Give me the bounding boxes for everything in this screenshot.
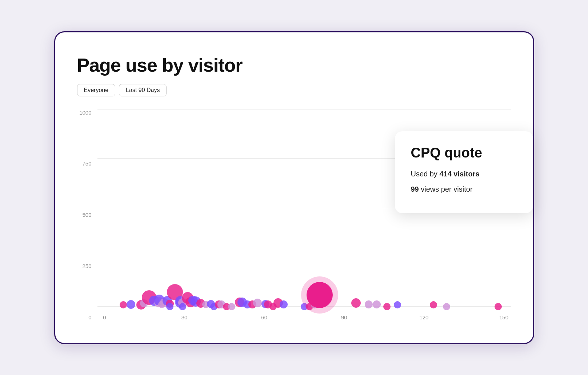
- x-label-90: 90: [337, 314, 351, 320]
- y-label-250: 250: [77, 263, 95, 269]
- scatter-dot-highlight: [307, 282, 333, 308]
- tooltip-stat2: 99 views per visitor: [411, 184, 517, 194]
- tooltip-title: CPQ quote: [411, 145, 517, 161]
- scatter-dot: [365, 300, 373, 308]
- scatter-dot: [430, 301, 437, 308]
- scatter-dot: [394, 301, 401, 308]
- scatter-dot: [228, 303, 235, 310]
- x-label-30: 30: [177, 314, 192, 320]
- scatter-dot: [179, 303, 186, 310]
- scatter-dot: [127, 300, 135, 309]
- filter-bar: Everyone Last 90 Days: [77, 84, 511, 96]
- scatter-dot: [120, 301, 127, 308]
- scatter-dot: [253, 299, 262, 307]
- y-label-500: 500: [77, 212, 95, 218]
- y-label-1000: 1000: [77, 109, 95, 116]
- x-label-60: 60: [257, 314, 272, 320]
- scatter-dot: [443, 303, 450, 310]
- scatter-dot: [351, 298, 361, 308]
- page-title: Page use by visitor: [77, 54, 511, 76]
- x-label-120: 120: [417, 314, 431, 320]
- x-label-150: 150: [496, 314, 511, 320]
- scatter-dot: [383, 303, 391, 310]
- main-card: Page use by visitor Everyone Last 90 Day…: [54, 31, 534, 344]
- x-label-0: 0: [97, 314, 112, 320]
- filter-everyone[interactable]: Everyone: [77, 84, 116, 96]
- chart-area: 0 250 500 750 1000 0 30 60 90 120: [77, 109, 511, 320]
- y-axis: 0 250 500 750 1000: [77, 109, 95, 320]
- y-label-0: 0: [77, 314, 95, 320]
- tooltip-stat1: Used by 414 visitors: [411, 169, 517, 179]
- filter-last-90-days[interactable]: Last 90 Days: [119, 84, 167, 96]
- scatter-dot: [280, 300, 288, 308]
- scatter-dot: [166, 303, 173, 310]
- scatter-dot: [373, 300, 381, 308]
- y-label-750: 750: [77, 160, 95, 167]
- tooltip-card: CPQ quote Used by 414 visitors 99 views …: [395, 131, 533, 213]
- scatter-dot: [495, 303, 502, 310]
